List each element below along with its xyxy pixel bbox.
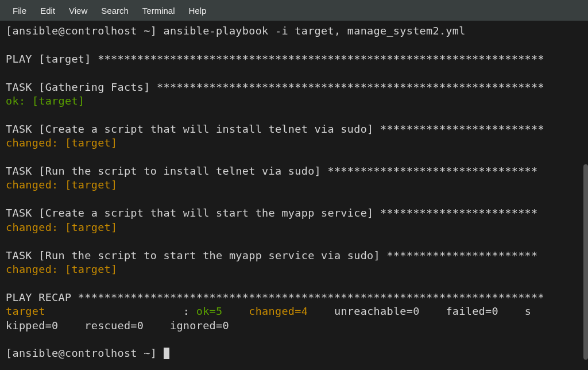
play-header: PLAY [target] **************************… — [6, 53, 544, 65]
menu-edit[interactable]: Edit — [33, 6, 62, 16]
scrollbar-track[interactable] — [583, 21, 588, 370]
terminal-output[interactable]: [ansible@controlhost ~] ansible-playbook… — [0, 21, 588, 364]
task-status-changed: changed: [target] — [6, 263, 117, 275]
menu-view[interactable]: View — [62, 6, 94, 16]
cursor — [164, 348, 169, 359]
task-create-myapp-script: TASK [Create a script that will start th… — [6, 207, 537, 219]
recap-ok: ok=5 — [196, 305, 242, 317]
menu-bar: File Edit View Search Terminal Help — [0, 0, 588, 21]
task-create-telnet-script: TASK [Create a script that will install … — [6, 123, 544, 135]
recap-line2: kipped=0 rescued=0 ignored=0 — [6, 319, 229, 332]
command-text — [157, 25, 163, 37]
menu-terminal[interactable]: Terminal — [136, 6, 182, 16]
task-status-ok: ok: [target] — [6, 95, 84, 107]
prompt-end: [ansible@controlhost ~] — [6, 347, 164, 359]
prompt: [ansible@controlhost ~] — [6, 25, 157, 37]
menu-help[interactable]: Help — [182, 6, 214, 16]
menu-file[interactable]: File — [6, 6, 33, 16]
command: ansible-playbook -i target, manage_syste… — [164, 25, 466, 37]
task-status-changed: changed: [target] — [6, 179, 117, 191]
scrollbar-thumb[interactable] — [583, 164, 588, 360]
recap-colon: : — [45, 305, 196, 317]
menu-search[interactable]: Search — [94, 6, 136, 16]
recap-rest: unreachable=0 failed=0 s — [328, 305, 532, 317]
recap-changed: changed=4 — [242, 305, 328, 317]
task-status-changed: changed: [target] — [6, 137, 117, 149]
play-recap-header: PLAY RECAP *****************************… — [6, 291, 544, 303]
recap-target: target — [6, 305, 45, 317]
task-status-changed: changed: [target] — [6, 221, 117, 233]
task-gathering-facts: TASK [Gathering Facts] *****************… — [6, 81, 544, 93]
task-run-telnet-script: TASK [Run the script to install telnet v… — [6, 165, 537, 177]
task-run-myapp-script: TASK [Run the script to start the myapp … — [6, 249, 537, 261]
